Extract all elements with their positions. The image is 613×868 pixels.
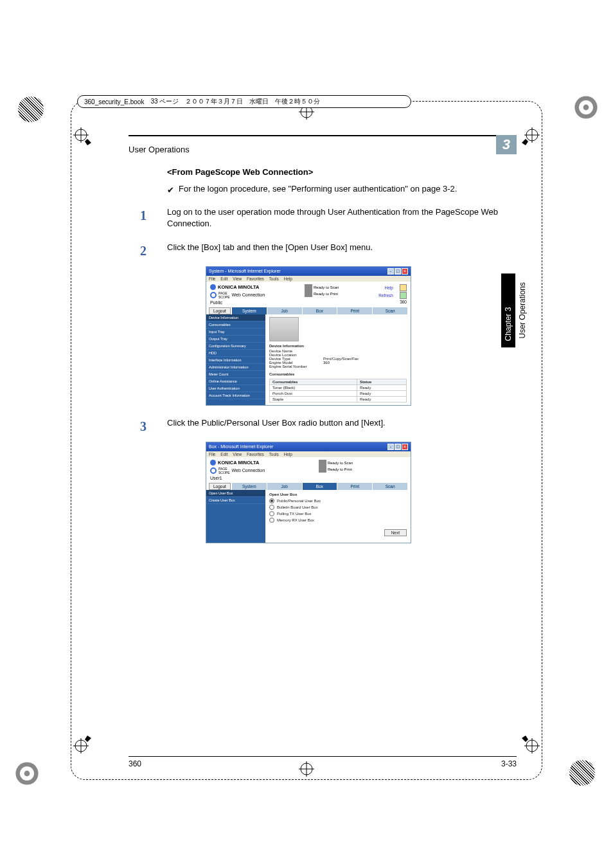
registration-mark [13, 759, 41, 788]
tab-scan[interactable]: Scan [373, 307, 408, 314]
sidebar-item-create-user-box[interactable]: Create User Box [206, 497, 265, 504]
note-line: ✔ For the logon procedure, see "Performi… [167, 183, 517, 195]
logout-button[interactable]: Logout [209, 307, 231, 314]
source-filename: 360_security_E.book [84, 98, 144, 105]
menu-item[interactable]: Favorites [247, 276, 264, 281]
minimize-icon[interactable]: - [387, 444, 394, 450]
brand-name: KONICA MINOLTA [218, 460, 259, 466]
refresh-link[interactable]: Refresh [378, 293, 393, 298]
section-heading: <From PageScope Web Connection> [167, 167, 517, 177]
table-row: StapleReady [270, 396, 407, 402]
menu-item[interactable]: View [233, 276, 242, 281]
side-tab-chapter: Chapter 3 [501, 273, 515, 347]
screenshot-box: Box - Microsoft Internet Explorer - □ × … [206, 442, 411, 543]
minimize-icon[interactable]: - [387, 268, 394, 275]
radio-bulletin[interactable]: Bulletin Board User Box [269, 505, 407, 510]
help-link[interactable]: Help [385, 285, 393, 290]
next-button[interactable]: Next [384, 529, 407, 536]
sidebar: Open User Box Create User Box [206, 490, 265, 543]
radio-polling-tx[interactable]: Polling TX User Box [269, 511, 407, 516]
radio-public-personal[interactable]: Public/Personal User Box [269, 498, 407, 503]
printer-icon [319, 466, 326, 473]
menu-item[interactable]: Edit [220, 452, 227, 457]
close-icon[interactable]: × [402, 444, 408, 450]
brand-sub: Web Connection [232, 293, 265, 297]
radio-memory-rx[interactable]: Memory RX User Box [269, 518, 407, 523]
menu-item[interactable]: Tools [269, 276, 279, 281]
note-text: For the logon procedure, see "Performing… [179, 184, 457, 194]
radio-icon [269, 511, 274, 516]
th-status: Status [357, 379, 407, 384]
scanner-icon [319, 460, 326, 466]
tab-row: Logout System Job Box Print Scan [206, 482, 411, 490]
sidebar-item[interactable]: Account Track Information [206, 392, 265, 399]
step-text: Log on to the user operation mode throug… [167, 206, 517, 230]
tab-print[interactable]: Print [337, 483, 373, 490]
source-file-header: 360_security_E.book 33 ページ ２００７年３月７日 水曜日… [77, 95, 411, 108]
menu-item[interactable]: Help [284, 276, 292, 281]
tab-print[interactable]: Print [337, 307, 373, 314]
sidebar-item[interactable]: Meter Count [206, 371, 265, 378]
tab-system[interactable]: System [232, 307, 267, 314]
menu-item[interactable]: Help [284, 452, 292, 457]
window-titlebar: System - Microsoft Internet Explorer - □… [206, 267, 411, 276]
km-logo-icon [210, 460, 216, 466]
registration-mark [569, 760, 595, 786]
window-buttons: - □ × [387, 444, 408, 450]
sidebar-item[interactable]: HDD [206, 350, 265, 357]
registration-mark [18, 96, 44, 122]
tab-scan[interactable]: Scan [373, 483, 408, 490]
refresh-icon[interactable] [400, 292, 407, 299]
pagescope-logo-icon [210, 467, 217, 474]
tab-job[interactable]: Job [267, 483, 303, 490]
dev-row-val: 360 [323, 361, 330, 365]
consumables-heading: Consumables [269, 372, 407, 376]
footer-right: 3-33 [501, 759, 517, 768]
main-panel: Open User Box Public/Personal User Box B… [265, 490, 411, 543]
step-number: 1 [140, 206, 167, 230]
device-image [269, 317, 299, 341]
sidebar-item[interactable]: Interface Information [206, 357, 265, 364]
header-links: Help Refresh 360 [378, 284, 407, 305]
side-tab: Chapter 3 User Operations [501, 273, 529, 347]
maximize-icon[interactable]: □ [395, 444, 401, 450]
sidebar-item[interactable]: Online Assistance [206, 378, 265, 385]
chapter-number: 3 [496, 135, 517, 154]
printer-icon [305, 291, 312, 297]
warning-icon[interactable] [400, 284, 407, 291]
tab-box[interactable]: Box [303, 307, 338, 314]
step-text: Click the Public/Personal User Box radio… [167, 417, 517, 435]
maximize-icon[interactable]: □ [395, 268, 401, 275]
status-print: Ready to Print [328, 467, 352, 471]
browser-menubar: File Edit View Favorites Tools Help [206, 276, 411, 282]
brand-name: KONICA MINOLTA [218, 284, 259, 290]
window-title: System - Microsoft Internet Explorer [209, 269, 281, 273]
dev-row-key: Engine Serial Number [269, 365, 323, 368]
tab-system[interactable]: System [232, 483, 267, 490]
open-user-box-heading: Open User Box [269, 493, 407, 496]
sidebar-item[interactable]: Input Tray [206, 329, 265, 336]
menu-item[interactable]: Tools [269, 452, 279, 457]
sidebar-item[interactable]: Consumables [206, 321, 265, 329]
menu-item[interactable]: Favorites [247, 452, 264, 457]
menu-item[interactable]: Edit [220, 276, 227, 281]
menu-item[interactable]: File [209, 452, 215, 457]
sidebar-item-open-user-box[interactable]: Open User Box [206, 490, 265, 497]
brand-block: KONICA MINOLTA PAGESCOPE Web Connection … [210, 284, 265, 305]
footer-left: 360 [129, 759, 141, 768]
check-icon: ✔ [167, 185, 174, 196]
menu-item[interactable]: View [233, 452, 242, 457]
device-info-heading: Device Information [269, 344, 407, 348]
close-icon[interactable]: × [402, 268, 408, 275]
sidebar-item[interactable]: Administrator Information [206, 364, 265, 371]
sidebar-item[interactable]: Device Information [206, 314, 265, 321]
logout-button[interactable]: Logout [209, 483, 231, 490]
radio-icon [269, 505, 274, 510]
menu-item[interactable]: File [209, 276, 215, 281]
step-1: 1 Log on to the user operation mode thro… [140, 206, 517, 230]
sidebar-item[interactable]: Configuration Summary [206, 343, 265, 350]
tab-job[interactable]: Job [267, 307, 303, 314]
tab-box[interactable]: Box [303, 483, 338, 490]
sidebar-item[interactable]: Output Tray [206, 336, 265, 343]
sidebar-item[interactable]: User Authentication [206, 385, 265, 392]
